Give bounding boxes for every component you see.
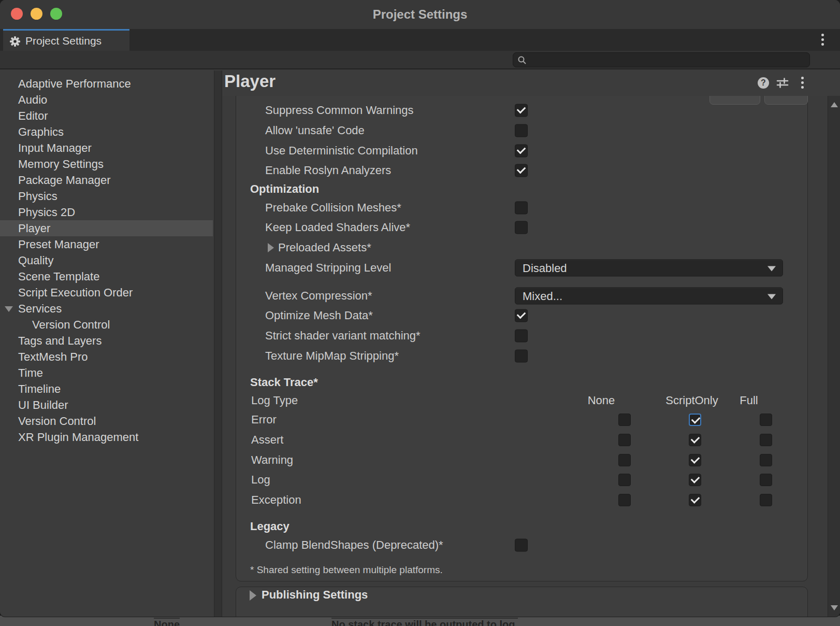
assert-none-checkbox[interactable] <box>618 434 631 446</box>
toolbar <box>0 51 840 69</box>
sidebar-item-label: Version Control <box>32 318 110 332</box>
sidebar-item-textmesh-pro[interactable]: TextMesh Pro <box>0 349 213 365</box>
clamp-blendshapes-deprecated-checkbox[interactable] <box>515 539 528 552</box>
suppress-common-warnings-checkbox[interactable] <box>515 104 528 117</box>
assert-scriptonly-checkbox[interactable] <box>689 434 701 446</box>
setting-label: Strict shader variant matching* <box>265 329 421 343</box>
window-menu-kebab-icon[interactable] <box>816 33 829 47</box>
prebake-collision-meshes-checkbox[interactable] <box>515 202 528 215</box>
sidebar-item-time[interactable]: Time <box>0 365 213 381</box>
log-full-checkbox[interactable] <box>760 474 772 486</box>
sidebar-item-tags-and-layers[interactable]: Tags and Layers <box>0 333 213 349</box>
stack-trace-column-scriptonly: ScriptOnly <box>665 394 718 407</box>
dropdown-value: Mixed... <box>523 289 562 303</box>
search-field[interactable] <box>513 52 810 67</box>
sidebar-item-editor[interactable]: Editor <box>0 108 213 124</box>
pane-splitter[interactable] <box>214 70 222 617</box>
sidebar-item-label: Preset Manager <box>18 238 99 251</box>
sidebar-item-player[interactable]: Player <box>0 220 213 236</box>
exception-full-checkbox[interactable] <box>760 494 772 506</box>
keep-loaded-shaders-alive-checkbox[interactable] <box>515 221 528 234</box>
error-scriptonly-checkbox[interactable] <box>689 414 701 426</box>
assert-full-checkbox[interactable] <box>760 434 772 446</box>
error-full-checkbox[interactable] <box>760 414 772 426</box>
scroll-down-arrow[interactable] <box>831 605 838 610</box>
gear-icon <box>9 35 21 48</box>
sidebar-item-label: Tags and Layers <box>18 334 102 348</box>
setting-label: Keep Loaded Shaders Alive* <box>265 221 410 234</box>
search-icon <box>517 55 527 65</box>
tab-bar: Project Settings <box>0 29 840 51</box>
sidebar-item-graphics[interactable]: Graphics <box>0 124 213 140</box>
stack-trace-section-header: Stack Trace* <box>250 376 318 389</box>
enable-roslyn-analyzers-checkbox[interactable] <box>515 164 528 177</box>
foldout-closed-icon[interactable] <box>250 590 256 601</box>
sidebar-item-memory-settings[interactable]: Memory Settings <box>0 156 213 172</box>
setting-label: Enable Roslyn Analyzers <box>265 164 391 177</box>
sidebar-item-version-control[interactable]: Version Control <box>0 413 213 429</box>
stack-trace-row-label: Error <box>251 413 277 426</box>
strict-shader-variant-matching-checkbox[interactable] <box>515 330 528 343</box>
setting-row: Optimization <box>222 179 808 199</box>
exception-scriptonly-checkbox[interactable] <box>689 494 701 506</box>
setting-label: Suppress Common Warnings <box>265 104 414 117</box>
sidebar-item-physics-2d[interactable]: Physics 2D <box>0 204 213 220</box>
warning-scriptonly-checkbox[interactable] <box>689 454 701 466</box>
sidebar-item-adaptive-performance[interactable]: Adaptive Performance <box>0 76 213 92</box>
sidebar-item-ui-builder[interactable]: UI Builder <box>0 397 213 413</box>
stack-trace-row-label: Warning <box>251 453 293 467</box>
sidebar-item-version-control[interactable]: Version Control <box>0 317 213 333</box>
sidebar-item-label: Physics <box>18 190 57 203</box>
vertical-scrollbar[interactable] <box>828 96 840 617</box>
exception-none-checkbox[interactable] <box>618 494 631 506</box>
sidebar-item-timeline[interactable]: Timeline <box>0 381 213 397</box>
chevron-down-icon <box>767 294 776 299</box>
sidebar-item-services[interactable]: Services <box>0 301 213 317</box>
log-scriptonly-checkbox[interactable] <box>689 474 701 486</box>
setting-label: Clamp BlendShapes (Deprecated)* <box>265 538 443 552</box>
sidebar-item-label: Input Manager <box>18 141 92 155</box>
page-title: Player <box>224 72 276 91</box>
allow-unsafe-code-checkbox[interactable] <box>515 124 528 137</box>
sidebar-item-input-manager[interactable]: Input Manager <box>0 140 213 156</box>
stack-trace-column-none: None <box>588 394 615 407</box>
foldout-closed-icon[interactable] <box>268 243 274 252</box>
sidebar-item-label: Script Execution Order <box>18 286 133 300</box>
sidebar-item-preset-manager[interactable]: Preset Manager <box>0 236 213 252</box>
presets-icon[interactable] <box>776 77 789 89</box>
vertex-compression-dropdown[interactable]: Mixed... <box>515 288 783 305</box>
sidebar-item-physics[interactable]: Physics <box>0 188 213 204</box>
setting-row: Managed Stripping LevelDisabled <box>222 258 808 278</box>
setting-row: Exception <box>222 490 808 510</box>
sidebar-item-scene-template[interactable]: Scene Template <box>0 268 213 284</box>
sidebar-item-script-execution-order[interactable]: Script Execution Order <box>0 284 213 301</box>
search-input[interactable] <box>531 53 800 66</box>
stack-trace-logtype-label: Log Type <box>251 394 298 407</box>
panel-menu-kebab-icon[interactable] <box>796 76 808 90</box>
sidebar-item-audio[interactable]: Audio <box>0 92 213 108</box>
managed-stripping-level-dropdown[interactable]: Disabled <box>515 260 783 277</box>
setting-row: Log <box>222 470 808 490</box>
tab-project-settings[interactable]: Project Settings <box>3 29 129 51</box>
sidebar-item-package-manager[interactable]: Package Manager <box>0 172 213 188</box>
help-icon[interactable]: ? <box>758 77 769 89</box>
log-none-checkbox[interactable] <box>618 474 631 486</box>
sidebar-item-label: Services <box>18 302 62 316</box>
publishing-settings-foldout[interactable]: Publishing Settings <box>262 587 368 603</box>
foldout-open-icon[interactable] <box>5 306 13 312</box>
warning-full-checkbox[interactable] <box>760 454 772 466</box>
setting-row: Stack Trace* <box>222 373 808 392</box>
background-window-strip: None No stack trace will be outputed to … <box>0 616 840 626</box>
use-deterministic-compilation-checkbox[interactable] <box>515 145 528 158</box>
sidebar-item-label: Timeline <box>18 382 61 396</box>
setting-row: Use Deterministic Compilation <box>222 141 808 161</box>
error-none-checkbox[interactable] <box>618 414 631 426</box>
optimize-mesh-data-checkbox[interactable] <box>515 309 528 322</box>
texture-mipmap-stripping-checkbox[interactable] <box>515 350 528 363</box>
preloaded-assets-foldout[interactable]: Preloaded Assets* <box>278 241 371 254</box>
warning-none-checkbox[interactable] <box>618 454 631 466</box>
sidebar-item-xr-plugin-management[interactable]: XR Plugin Management <box>0 429 213 445</box>
setting-label: Allow 'unsafe' Code <box>265 124 365 137</box>
scroll-up-arrow[interactable] <box>831 102 838 107</box>
sidebar-item-quality[interactable]: Quality <box>0 252 213 268</box>
